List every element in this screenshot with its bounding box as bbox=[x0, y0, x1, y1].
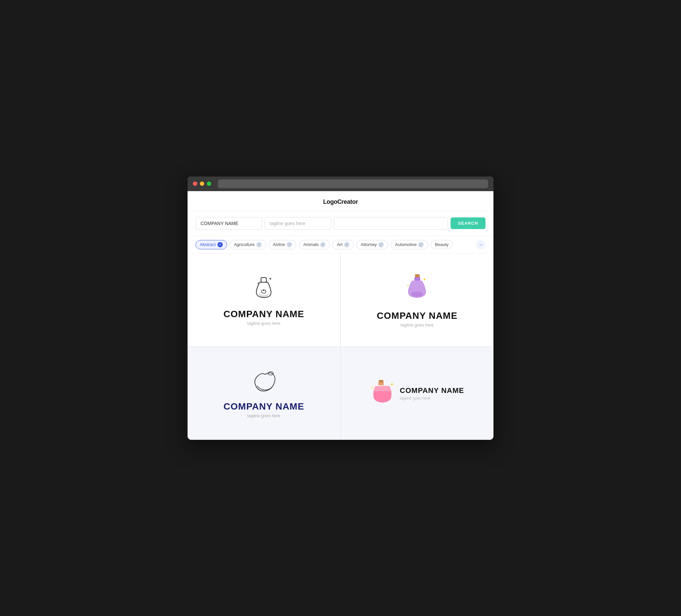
svg-text:✦: ✦ bbox=[371, 386, 373, 389]
filter-label-art: Art bbox=[337, 242, 343, 247]
check-icon-automotive: ✓ bbox=[418, 242, 424, 247]
logo-card-4[interactable]: ✦ ✦ · COMPANY NAME tagline goes here bbox=[340, 347, 494, 440]
check-icon-abstract: ✓ bbox=[218, 242, 223, 247]
filter-chip-automotive[interactable]: Automotive ✓ bbox=[391, 240, 428, 249]
filter-label-animals: Animals bbox=[303, 242, 319, 247]
logo-card-3[interactable]: COMPANY NAME tagline goes here bbox=[187, 347, 340, 440]
third-input[interactable] bbox=[334, 217, 448, 230]
logo-inner-1: ✦ ✦ COMPANY NAME tagli bbox=[224, 274, 304, 326]
search-row: SEARCH bbox=[187, 211, 494, 236]
logo-tagline-4: tagline goes here bbox=[400, 396, 464, 401]
logo-icon-2: ✦ ✦ · bbox=[377, 273, 457, 307]
filter-label-airline: Airline bbox=[273, 242, 285, 247]
filter-chip-art[interactable]: Art ✓ bbox=[332, 240, 354, 249]
svg-rect-13 bbox=[378, 383, 384, 385]
filter-chip-airline[interactable]: Airline ✓ bbox=[269, 240, 296, 249]
check-icon-airline: ✓ bbox=[287, 242, 292, 247]
browser-window: LogoCreator SEARCH Abstract ✓ Agricultur… bbox=[187, 177, 494, 440]
maximize-button[interactable] bbox=[207, 181, 211, 186]
logo-tagline-1: tagline goes here bbox=[224, 321, 304, 326]
svg-text:✦: ✦ bbox=[423, 277, 426, 282]
svg-rect-2 bbox=[261, 278, 266, 282]
filter-label-beauty: Beauty bbox=[435, 242, 448, 247]
address-bar[interactable] bbox=[218, 180, 488, 188]
filter-row: Abstract ✓ Agriculture ✓ Airline ✓ Anima… bbox=[187, 236, 494, 254]
filter-label-agriculture: Agriculture bbox=[234, 242, 255, 247]
logo-icon-3 bbox=[224, 368, 304, 398]
close-button[interactable] bbox=[193, 181, 197, 186]
svg-text:·: · bbox=[392, 391, 392, 393]
logo-tagline-3: tagline goes here bbox=[224, 413, 304, 418]
filter-chip-agriculture[interactable]: Agriculture ✓ bbox=[230, 240, 266, 249]
svg-rect-5 bbox=[415, 274, 420, 278]
logo-text-4: COMPANY NAME tagline goes here bbox=[400, 386, 464, 401]
svg-point-7 bbox=[411, 291, 423, 297]
logo-inner-3: COMPANY NAME tagline goes here bbox=[224, 368, 304, 418]
filter-label-automotive: Automotive bbox=[395, 242, 417, 247]
logo-tagline-2: tagline goes here bbox=[377, 323, 457, 328]
svg-rect-12 bbox=[379, 380, 383, 383]
svg-text:✦: ✦ bbox=[269, 277, 272, 281]
check-icon-art: ✓ bbox=[344, 242, 350, 247]
check-icon-agriculture: ✓ bbox=[256, 242, 262, 247]
logo-company-4: COMPANY NAME bbox=[400, 386, 464, 395]
filter-chip-animals[interactable]: Animals ✓ bbox=[299, 240, 330, 249]
logo-card-1[interactable]: ✦ ✦ COMPANY NAME tagli bbox=[187, 254, 340, 347]
filter-label-attorney: Attorney bbox=[361, 242, 377, 247]
app-title: LogoCreator bbox=[323, 199, 358, 205]
check-icon-attorney: ✓ bbox=[378, 242, 384, 247]
app-header: LogoCreator bbox=[187, 191, 494, 211]
browser-titlebar bbox=[187, 177, 494, 191]
filter-chip-attorney[interactable]: Attorney ✓ bbox=[356, 240, 388, 249]
svg-text:·: · bbox=[425, 286, 425, 289]
logo-icon-4: ✦ ✦ · bbox=[370, 379, 395, 408]
tagline-input[interactable] bbox=[265, 217, 331, 230]
search-button[interactable]: SEARCH bbox=[451, 217, 485, 229]
company-name-input[interactable] bbox=[196, 217, 262, 230]
filter-next-button[interactable]: → bbox=[476, 240, 485, 249]
app-container: LogoCreator SEARCH Abstract ✓ Agricultur… bbox=[187, 191, 494, 440]
check-icon-animals: ✓ bbox=[320, 242, 326, 247]
logo-grid: ✦ ✦ COMPANY NAME tagli bbox=[187, 254, 494, 440]
logo-card-2[interactable]: ✦ ✦ · COMPANY NAME tagline goes here bbox=[340, 254, 494, 347]
logo-inner-4: ✦ ✦ · COMPANY NAME tagline goes here bbox=[370, 379, 464, 408]
filter-label-abstract: Abstract bbox=[200, 242, 216, 247]
minimize-button[interactable] bbox=[200, 181, 204, 186]
filter-chip-abstract[interactable]: Abstract ✓ bbox=[196, 240, 227, 249]
filter-chip-beauty[interactable]: Beauty bbox=[431, 240, 453, 249]
logo-company-2: COMPANY NAME bbox=[377, 310, 457, 321]
logo-icon-1: ✦ ✦ bbox=[224, 274, 304, 306]
svg-text:✦: ✦ bbox=[407, 284, 409, 287]
svg-rect-6 bbox=[414, 277, 420, 281]
svg-text:✦: ✦ bbox=[390, 382, 394, 387]
svg-point-4 bbox=[263, 289, 264, 291]
logo-company-1: COMPANY NAME bbox=[224, 309, 304, 319]
logo-inner-2: ✦ ✦ · COMPANY NAME tagline goes here bbox=[377, 273, 457, 328]
logo-company-3: COMPANY NAME bbox=[224, 401, 304, 412]
